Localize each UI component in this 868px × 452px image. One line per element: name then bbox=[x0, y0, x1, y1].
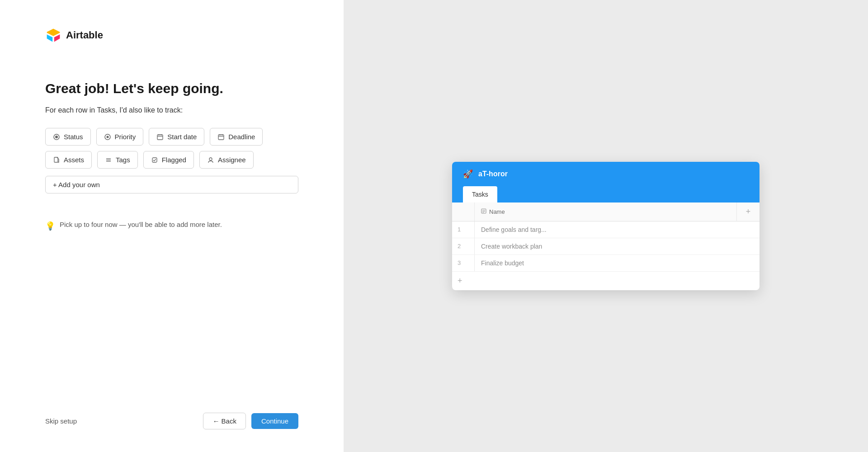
deadline-label: Deadline bbox=[228, 133, 255, 141]
row-num-header bbox=[452, 202, 475, 221]
row-3-name[interactable]: Finalize budget bbox=[475, 255, 760, 271]
hint-row: 💡 Pick up to four now — you'll be able t… bbox=[45, 221, 298, 231]
rocket-icon: 🚀 bbox=[463, 169, 473, 179]
assets-icon bbox=[53, 156, 60, 164]
option-chip-tags[interactable]: Tags bbox=[97, 151, 138, 169]
svg-point-6 bbox=[106, 136, 108, 138]
tags-label: Tags bbox=[116, 156, 130, 164]
row-num-1: 1 bbox=[452, 221, 475, 238]
status-label: Status bbox=[64, 133, 83, 141]
add-own-label: + Add your own bbox=[53, 181, 100, 188]
flagged-icon bbox=[151, 156, 158, 164]
row-2-name[interactable]: Create workback plan bbox=[475, 238, 760, 254]
svg-marker-2 bbox=[54, 34, 60, 42]
name-col-icon bbox=[481, 208, 486, 215]
tasks-tab[interactable]: Tasks bbox=[463, 186, 497, 202]
table-row: 1 Define goals and targ... bbox=[452, 221, 760, 238]
table-header: Name + bbox=[452, 202, 760, 221]
svg-marker-0 bbox=[47, 29, 60, 36]
name-column-header: Name bbox=[475, 202, 737, 221]
status-icon bbox=[53, 133, 60, 141]
continue-button[interactable]: Continue bbox=[251, 413, 298, 429]
option-chip-start-date[interactable]: Start date bbox=[149, 128, 204, 146]
table-row: 2 Create workback plan bbox=[452, 238, 760, 255]
svg-rect-19 bbox=[152, 158, 157, 162]
airtable-logo-icon bbox=[45, 27, 61, 43]
page-heading: Great job! Let's keep going. bbox=[45, 80, 298, 97]
logo-text: Airtable bbox=[66, 29, 103, 41]
priority-icon bbox=[104, 133, 111, 141]
svg-rect-11 bbox=[218, 135, 224, 140]
table-row: 3 Finalize budget bbox=[452, 255, 760, 272]
option-chip-priority[interactable]: Priority bbox=[96, 128, 144, 146]
start-date-icon bbox=[156, 133, 164, 141]
flagged-label: Flagged bbox=[162, 156, 186, 164]
svg-marker-1 bbox=[47, 34, 53, 42]
start-date-label: Start date bbox=[167, 133, 197, 141]
lightbulb-icon: 💡 bbox=[45, 221, 55, 231]
hint-text: Pick up to four now — you'll be able to … bbox=[60, 221, 222, 228]
app-header-title: aT-horor bbox=[478, 170, 508, 178]
logo: Airtable bbox=[45, 27, 298, 43]
skip-setup-link[interactable]: Skip setup bbox=[45, 417, 77, 425]
add-column-btn[interactable]: + bbox=[737, 202, 760, 221]
app-tabs: Tasks bbox=[452, 186, 760, 202]
priority-label: Priority bbox=[115, 133, 136, 141]
right-panel: 🚀 aT-horor Tasks bbox=[344, 0, 868, 452]
option-chip-assets[interactable]: Assets bbox=[45, 151, 92, 169]
app-table: Name + 1 Define goals and targ... 2 Crea… bbox=[452, 202, 760, 290]
options-grid: Status Priority Start date bbox=[45, 128, 298, 169]
add-own-chip[interactable]: + Add your own bbox=[45, 176, 298, 193]
page-subheading: For each row in Tasks, I'd also like to … bbox=[45, 106, 298, 114]
option-chip-flagged[interactable]: Flagged bbox=[143, 151, 194, 169]
row-num-3: 3 bbox=[452, 255, 475, 271]
add-row-icon: + bbox=[458, 276, 462, 286]
footer: Skip setup ← Back Continue bbox=[45, 413, 298, 429]
assets-label: Assets bbox=[64, 156, 84, 164]
option-chip-status[interactable]: Status bbox=[45, 128, 91, 146]
name-col-label: Name bbox=[489, 208, 505, 215]
add-row-btn[interactable]: + bbox=[452, 272, 760, 290]
assignee-label: Assignee bbox=[218, 156, 246, 164]
row-num-2: 2 bbox=[452, 238, 475, 254]
tags-icon bbox=[105, 156, 112, 164]
app-window: 🚀 aT-horor Tasks bbox=[452, 162, 760, 290]
app-header: 🚀 aT-horor bbox=[452, 162, 760, 186]
svg-rect-7 bbox=[157, 135, 163, 140]
option-chip-deadline[interactable]: Deadline bbox=[210, 128, 263, 146]
left-panel: Airtable Great job! Let's keep going. Fo… bbox=[0, 0, 344, 452]
footer-buttons: ← Back Continue bbox=[203, 413, 298, 429]
deadline-icon bbox=[217, 133, 225, 141]
svg-point-4 bbox=[55, 136, 58, 138]
svg-point-20 bbox=[209, 158, 212, 160]
row-1-name[interactable]: Define goals and targ... bbox=[475, 221, 760, 238]
option-chip-assignee[interactable]: Assignee bbox=[199, 151, 254, 169]
back-button[interactable]: ← Back bbox=[203, 413, 246, 429]
assignee-icon bbox=[207, 156, 214, 164]
